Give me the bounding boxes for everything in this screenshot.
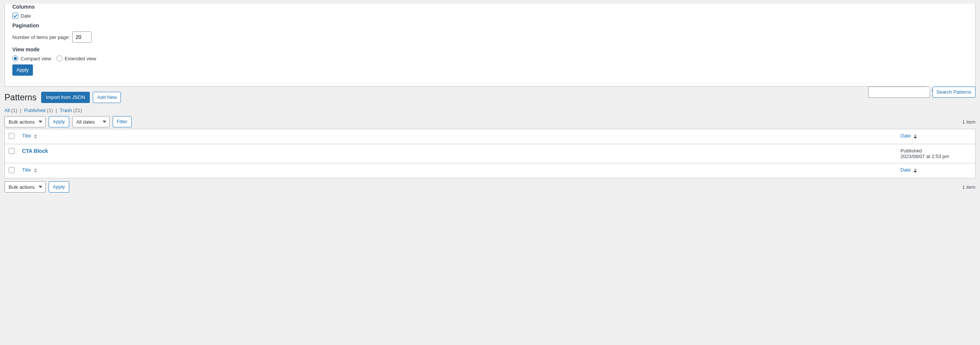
table-row: CTA Block Published 2023/08/07 at 2:53 p…: [5, 144, 975, 163]
filter-count: (21): [73, 107, 82, 113]
bulk-actions-select-bottom[interactable]: Bulk actions: [5, 181, 46, 193]
items-per-page-input[interactable]: [72, 32, 92, 43]
row-title-link[interactable]: CTA Block: [22, 148, 48, 154]
view-mode-extended-label: Extended view: [65, 56, 97, 61]
screen-options-panel: Columns Date Pagination Number of items …: [5, 4, 975, 86]
status-filter-links: All (1) | Published (1) | Trash (21): [5, 107, 975, 113]
column-footer-title[interactable]: Title: [18, 163, 897, 178]
date-filter-select[interactable]: All dates: [72, 116, 110, 127]
columns-heading: Columns: [12, 4, 968, 10]
search-input[interactable]: [868, 86, 930, 98]
view-mode-heading: View mode: [12, 46, 968, 53]
radio-icon: [57, 56, 62, 61]
item-count-bottom: 1 item: [963, 184, 975, 190]
bulk-apply-button[interactable]: Apply: [49, 116, 69, 127]
filter-link-trash[interactable]: Trash: [60, 107, 72, 113]
bulk-apply-button-bottom[interactable]: Apply: [49, 181, 69, 193]
patterns-table: Title Date CTA Block Published 2023/08/0…: [5, 129, 975, 178]
items-per-page-label: Number of items per page:: [12, 35, 70, 40]
view-mode-compact[interactable]: Compact view: [12, 56, 51, 61]
filter-count: (1): [47, 107, 53, 113]
radio-icon: [12, 56, 18, 61]
sort-icon: [914, 168, 917, 172]
filter-link-published[interactable]: Published: [24, 107, 46, 113]
select-all-checkbox-footer[interactable]: [9, 167, 14, 173]
date-filter-label: All dates: [76, 119, 95, 125]
bulk-actions-label: Bulk actions: [9, 184, 35, 190]
chevron-down-icon: [38, 186, 42, 188]
chevron-down-icon: [103, 121, 106, 123]
sort-icon: [914, 134, 917, 139]
column-header-title[interactable]: Title: [18, 129, 897, 144]
filter-link-all[interactable]: All: [5, 107, 10, 113]
row-status: Published: [900, 148, 972, 153]
row-timestamp: 2023/08/07 at 2:53 pm: [900, 153, 972, 159]
column-toggle-date-label: Date: [21, 13, 31, 19]
column-footer-date[interactable]: Date: [897, 163, 975, 178]
add-new-button[interactable]: Add New: [93, 92, 121, 103]
screen-options-apply-button[interactable]: Apply: [12, 64, 33, 76]
column-toggle-date[interactable]: Date: [12, 13, 31, 19]
sort-icon: [34, 134, 37, 139]
filter-count: (1): [11, 107, 17, 113]
sort-icon: [34, 168, 37, 172]
column-header-date[interactable]: Date: [897, 129, 975, 144]
view-mode-extended[interactable]: Extended view: [57, 56, 97, 61]
checkbox-icon: [12, 13, 18, 19]
pagination-heading: Pagination: [12, 22, 968, 29]
bulk-actions-label: Bulk actions: [9, 119, 35, 125]
page-title: Patterns: [5, 93, 37, 103]
view-mode-compact-label: Compact view: [21, 56, 51, 61]
search-button[interactable]: Search Patterns: [932, 86, 975, 98]
filter-button[interactable]: Filter: [113, 116, 132, 127]
bulk-actions-select[interactable]: Bulk actions: [5, 116, 46, 127]
item-count: 1 item: [963, 119, 975, 125]
import-json-button[interactable]: Import from JSON: [41, 92, 90, 103]
chevron-down-icon: [38, 121, 42, 123]
select-all-checkbox[interactable]: [9, 133, 14, 139]
row-checkbox[interactable]: [9, 148, 14, 154]
